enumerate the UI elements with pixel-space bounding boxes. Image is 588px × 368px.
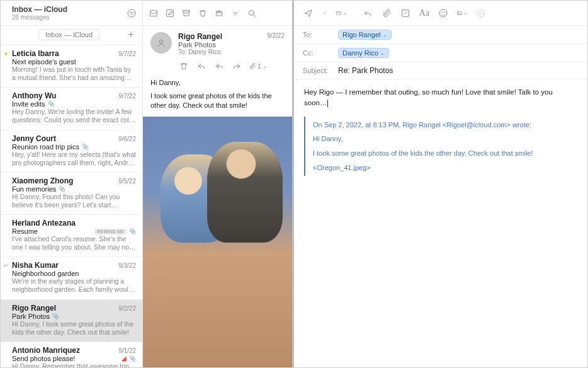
message-date: 9/7/22 (118, 93, 136, 100)
message-item[interactable]: Jenny Court9/6/22Reunion road trip pics📎… (1, 130, 142, 173)
flag-icon: ◢ (122, 355, 127, 362)
message-preview: Hi Danny, Remember that awesome trip we … (12, 362, 136, 367)
to-token[interactable]: Rigo Rangel⌄ (338, 30, 392, 40)
photo-icon[interactable]: ⌄ (456, 8, 468, 19)
send-menu-icon[interactable] (322, 8, 328, 19)
archive-icon[interactable] (181, 8, 192, 19)
preview-body-line: Hi Danny, (150, 78, 285, 88)
message-item[interactable]: ★Leticia Ibarra9/7/22Next episode's gues… (1, 45, 142, 88)
header-fields-icon[interactable]: ⌄ (336, 8, 347, 19)
message-item[interactable]: Anthony Wu9/7/22Invite edits📎Hey Danny, … (1, 88, 142, 130)
cc-field-row[interactable]: Cc: Danny Rico⌄ (294, 44, 587, 62)
mailbox-tab[interactable]: Inbox — iCloud (38, 29, 99, 40)
quote-line: Hi Danny, (313, 133, 577, 145)
svg-rect-1 (150, 10, 157, 16)
message-subject: Send photos please! (12, 355, 75, 362)
message-preview: Morning! I was put in touch with Tania b… (12, 66, 136, 82)
preview-body-line: I took some great photos of the kids the… (150, 91, 285, 110)
message-list-pane: Inbox — iCloud 26 messages Inbox — iClou… (1, 1, 143, 367)
search-icon[interactable] (246, 8, 257, 19)
compose-icon[interactable] (164, 8, 176, 19)
preview-sender: Rigo Rangel (178, 32, 261, 41)
cc-token[interactable]: Danny Rico⌄ (338, 48, 389, 58)
emoji-icon[interactable] (438, 8, 449, 19)
svg-point-0 (128, 9, 135, 17)
preview-body: Hi Danny, I took some great photos of th… (143, 76, 292, 117)
message-sender: Xiaomeng Zhong (12, 176, 73, 185)
message-item[interactable]: Rigo Rangel9/2/22Park Photos📎Hi Danny, I… (1, 300, 142, 342)
sender-avatar (150, 32, 172, 54)
trash-icon[interactable] (197, 8, 208, 19)
message-subject: Fun memories (12, 185, 56, 193)
attach-icon[interactable] (381, 8, 392, 19)
message-list[interactable]: ★Leticia Ibarra9/7/22Next episode's gues… (1, 45, 142, 367)
svg-point-14 (478, 9, 485, 16)
svg-point-6 (159, 40, 162, 43)
typed-text: Hey Rigo — I remember that outing, so mu… (304, 88, 553, 106)
quoted-reply: On Sep 2, 2022, at 8:13 PM, Rigo Rangel … (304, 117, 577, 176)
add-tab-button[interactable]: + (125, 28, 137, 41)
message-subject: Park Photos (12, 313, 50, 320)
message-subject: Resume (12, 227, 38, 235)
more-icon[interactable] (230, 8, 241, 19)
filter-icon[interactable] (126, 8, 137, 19)
attachment-clip-icon: 📎 (129, 355, 136, 362)
mailboxes-icon[interactable] (148, 8, 159, 19)
message-sender: Anthony Wu (12, 91, 56, 100)
compose-body[interactable]: Hey Rigo — I remember that outing, so mu… (294, 79, 587, 367)
message-subject: Next episode's guest (12, 58, 76, 66)
mailbox-title: Inbox — iCloud (12, 5, 67, 14)
junk-icon[interactable] (213, 8, 225, 19)
message-preview: Hey Danny, We're loving the invite! A fe… (12, 108, 136, 124)
message-sender: Herland Antezana (12, 219, 76, 227)
preview-subject: Park Photos (178, 41, 261, 49)
message-subject: Invite edits (12, 100, 45, 108)
attachment-indicator[interactable]: 1⌄ (249, 62, 267, 70)
svg-point-11 (444, 12, 445, 13)
attachment-clip-icon: 📎 (59, 186, 65, 192)
message-item[interactable]: ↩Nisha Kumar9/3/22Neighborhood gardenWe'… (1, 257, 142, 299)
svg-point-9 (439, 9, 447, 17)
to-label: To: (303, 31, 338, 38)
send-icon[interactable] (303, 8, 314, 19)
message-date: 9/3/22 (118, 262, 136, 269)
compose-toolbar: ⌄ Aa ⌄ (294, 1, 587, 26)
pv-trash-icon[interactable] (178, 60, 189, 72)
mailbox-count: 26 messages (12, 14, 67, 21)
preview-date: 9/2/22 (267, 32, 285, 55)
quote-attachment-ref: <Oregon_41.jpeg> (313, 162, 577, 174)
message-subject: Reunion road trip pics (12, 143, 79, 151)
svg-rect-4 (216, 11, 222, 16)
message-item[interactable]: Antonio Manriquez9/1/22Send photos pleas… (1, 342, 142, 367)
pv-reply-icon[interactable] (196, 60, 207, 72)
quote-line: I took some great photos of the kids the… (313, 147, 577, 159)
message-sender: Nisha Kumar (12, 261, 59, 270)
message-date: 9/5/22 (118, 178, 136, 185)
svg-point-5 (249, 10, 254, 15)
preview-pane: Rigo Rangel Park Photos To: Danny Rico 9… (143, 1, 294, 367)
subject-field-row[interactable]: Subject: (294, 62, 587, 79)
markup-icon[interactable] (400, 8, 411, 19)
link-icon (475, 8, 487, 19)
svg-rect-12 (458, 11, 462, 14)
message-sender: Leticia Ibarra (12, 49, 59, 58)
reply-icon[interactable] (362, 8, 373, 19)
message-sender: Antonio Manriquez (12, 346, 80, 355)
remind-badge: REMIND ME (94, 229, 127, 234)
format-icon[interactable]: Aa (419, 8, 430, 19)
pv-reply-all-icon[interactable] (213, 60, 225, 72)
message-item[interactable]: Herland AntezanaResumeREMIND ME📎I've att… (1, 215, 142, 257)
subject-label: Subject: (303, 67, 338, 74)
preview-to: To: Danny Rico (178, 49, 261, 55)
star-icon: ★ (4, 51, 8, 57)
preview-attachment-image[interactable] (143, 117, 292, 367)
compose-pane: ⌄ Aa ⌄ To: Rigo Rangel⌄ Cc: Danny Rico⌄ … (294, 1, 587, 367)
message-preview: I've attached Carol's resume. She's the … (12, 235, 136, 251)
to-field-row[interactable]: To: Rigo Rangel⌄ (294, 26, 587, 44)
pv-forward-icon[interactable] (231, 60, 242, 72)
message-date: 9/7/22 (118, 50, 136, 57)
message-item[interactable]: Xiaomeng Zhong9/5/22Fun memories📎Hi Dann… (1, 173, 142, 215)
subject-input[interactable] (338, 66, 579, 75)
svg-rect-7 (337, 11, 341, 14)
preview-toolbar (143, 1, 292, 26)
